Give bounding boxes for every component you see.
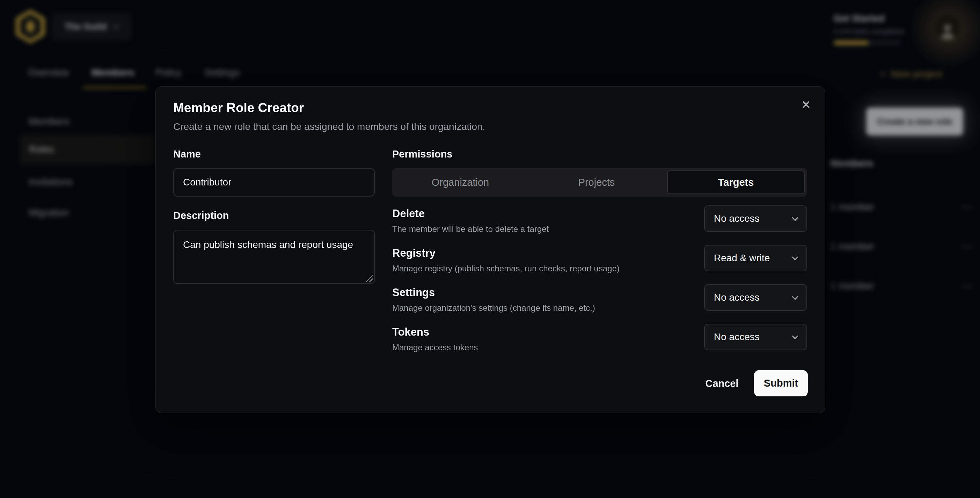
settings-access-select[interactable]: No access [704, 284, 807, 311]
app-root: The Guild Get Started 4 of 8 tasks compl… [0, 0, 980, 498]
tokens-access-select[interactable]: No access [704, 324, 807, 350]
chevron-down-icon [792, 293, 798, 300]
select-value: No access [714, 292, 760, 303]
modal-title: Member Role Creator [173, 100, 304, 115]
chevron-down-icon [792, 215, 798, 221]
member-role-creator-modal: Member Role Creator Create a new role th… [156, 86, 825, 413]
permissions-tabs: Organization Projects Targets [392, 168, 807, 197]
registry-access-select[interactable]: Read & write [704, 245, 807, 271]
tab-targets[interactable]: Targets [667, 170, 805, 194]
select-value: No access [714, 331, 760, 343]
tab-organization[interactable]: Organization [392, 168, 528, 197]
permission-row-settings: Settings Manage organization's settings … [392, 286, 807, 321]
tab-projects[interactable]: Projects [528, 168, 665, 197]
permissions-label: Permissions [392, 148, 452, 160]
chevron-down-icon [792, 254, 798, 260]
modal-subtitle: Create a new role that can be assigned t… [173, 121, 485, 132]
name-input[interactable] [173, 168, 375, 197]
select-value: Read & write [714, 253, 770, 264]
select-value: No access [714, 213, 760, 224]
permission-row-registry: Registry Manage registry (publish schema… [392, 247, 807, 282]
description-label: Description [173, 210, 229, 221]
chevron-down-icon [792, 333, 798, 339]
cancel-button[interactable]: Cancel [699, 371, 745, 396]
close-icon[interactable]: ✕ [797, 96, 815, 114]
submit-button[interactable]: Submit [754, 370, 808, 396]
permission-row-delete: Delete The member will be able to delete… [392, 207, 807, 242]
name-label: Name [173, 148, 201, 160]
permission-row-tokens: Tokens Manage access tokens No access [392, 326, 807, 361]
delete-access-select[interactable]: No access [704, 205, 807, 232]
description-textarea[interactable]: Can publish schemas and report usage [173, 230, 375, 284]
